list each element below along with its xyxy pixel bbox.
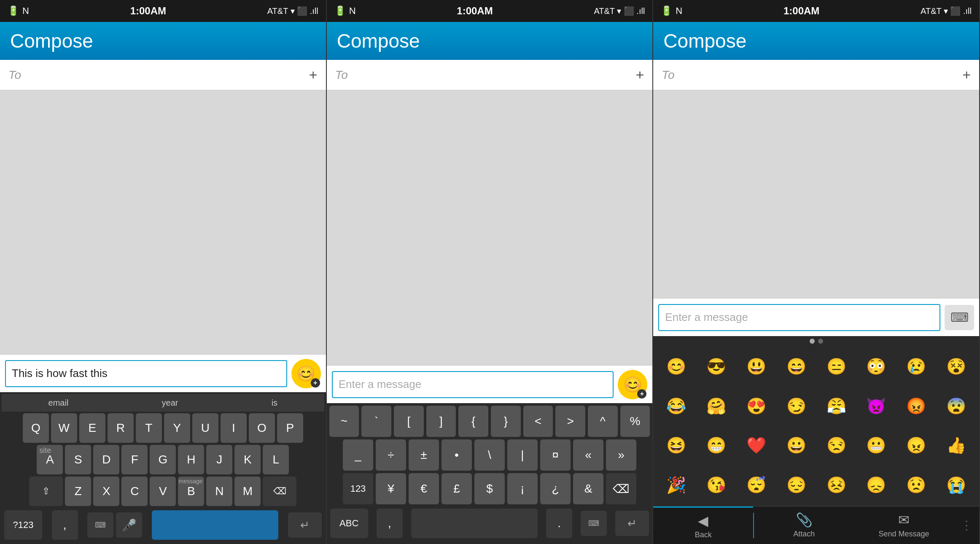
key-l[interactable]: L: [263, 445, 289, 474]
sym-lbracket[interactable]: [: [394, 406, 424, 437]
sym-dollar[interactable]: $: [474, 473, 505, 504]
emoji-20[interactable]: 😀: [778, 427, 815, 464]
key-h[interactable]: H: [178, 445, 204, 474]
sym-pound[interactable]: £: [442, 473, 472, 504]
sym-backspace[interactable]: ⌫: [606, 473, 636, 504]
message-input-2[interactable]: [332, 371, 614, 398]
emoji-9[interactable]: 😂: [657, 388, 695, 425]
add-recipient-2[interactable]: +: [635, 67, 644, 83]
sym-plusminus[interactable]: ±: [409, 439, 439, 471]
more-button[interactable]: ⋮: [954, 518, 979, 532]
sym-pipe[interactable]: |: [507, 439, 538, 471]
key-x[interactable]: X: [93, 477, 119, 506]
word-hint-email[interactable]: email: [48, 398, 69, 408]
emoji-24[interactable]: 👍: [937, 427, 975, 464]
emoji-11[interactable]: 😍: [738, 388, 775, 425]
send-message-button[interactable]: ✉ Send Message: [854, 506, 954, 544]
key-123[interactable]: ?123: [4, 510, 42, 540]
emoji-6[interactable]: 😳: [858, 348, 895, 385]
add-recipient-1[interactable]: +: [309, 67, 318, 83]
emoji-10[interactable]: 🤗: [697, 388, 735, 425]
sym-123[interactable]: 123: [343, 473, 373, 504]
sym-currency[interactable]: ¤: [540, 439, 571, 471]
key-r[interactable]: R: [108, 413, 134, 443]
to-field-1[interactable]: To +: [0, 60, 326, 90]
key-k[interactable]: K: [234, 445, 261, 474]
key-p[interactable]: P: [277, 413, 303, 443]
to-field-2[interactable]: To +: [327, 60, 653, 90]
key-enter[interactable]: ↵: [288, 512, 322, 538]
message-input-1[interactable]: [5, 360, 287, 387]
sym-gt[interactable]: >: [555, 406, 585, 437]
key-i[interactable]: I: [221, 413, 247, 443]
key-v[interactable]: V: [150, 477, 176, 506]
word-hint-is[interactable]: is: [272, 398, 277, 408]
emoji-5[interactable]: 😑: [818, 348, 855, 385]
emoji-12[interactable]: 😏: [778, 388, 815, 425]
sym-comma[interactable]: ,: [377, 509, 403, 538]
key-space[interactable]: [152, 510, 278, 540]
emoji-17[interactable]: 😆: [657, 427, 695, 464]
sym-lquote[interactable]: «: [573, 439, 603, 471]
emoji-21[interactable]: 😒: [818, 427, 855, 464]
mic-key[interactable]: 🎤: [116, 512, 142, 538]
emoji-1[interactable]: 😊: [657, 348, 695, 385]
key-f[interactable]: F: [121, 445, 148, 474]
emoji-8[interactable]: 😵: [937, 348, 975, 385]
back-button[interactable]: ◀ Back: [653, 506, 753, 544]
key-q[interactable]: Q: [23, 413, 49, 443]
key-e[interactable]: E: [79, 413, 105, 443]
emoji-27[interactable]: 😴: [738, 466, 775, 504]
sym-period[interactable]: .: [546, 509, 572, 538]
key-comma[interactable]: ,: [52, 510, 78, 540]
sym-backslash[interactable]: \: [474, 439, 505, 471]
emoji-25[interactable]: 🎉: [657, 466, 695, 504]
key-a[interactable]: siteA: [37, 445, 63, 474]
key-d[interactable]: D: [93, 445, 119, 474]
sym-tilde[interactable]: ~: [329, 406, 359, 437]
sym-backtick[interactable]: `: [361, 406, 391, 437]
sym-bullet[interactable]: •: [442, 439, 472, 471]
key-j[interactable]: J: [206, 445, 232, 474]
emoji-13[interactable]: 😤: [818, 388, 855, 425]
sym-space[interactable]: [411, 509, 538, 538]
add-recipient-3[interactable]: +: [962, 67, 971, 83]
emoji-button-1[interactable]: 😊 +: [291, 359, 321, 388]
sym-divide[interactable]: ÷: [376, 439, 406, 471]
sym-euro[interactable]: €: [409, 473, 439, 504]
sym-abc[interactable]: ABC: [330, 509, 368, 538]
emoji-26[interactable]: 😘: [697, 466, 735, 504]
emoji-7[interactable]: 😢: [897, 348, 935, 385]
sym-percent[interactable]: %: [620, 406, 650, 437]
emoji-30[interactable]: 😞: [858, 466, 895, 504]
key-w[interactable]: W: [51, 413, 77, 443]
key-s[interactable]: S: [65, 445, 91, 474]
emoji-3[interactable]: 😃: [738, 348, 775, 385]
emoji-15[interactable]: 😡: [897, 388, 935, 425]
keyboard-toggle-btn[interactable]: ⌨: [945, 305, 974, 330]
sym-lcurly[interactable]: {: [458, 406, 488, 437]
emoji-16[interactable]: 😨: [937, 388, 975, 425]
sym-keyboard-icon[interactable]: ⌨: [581, 511, 607, 536]
key-t[interactable]: T: [136, 413, 162, 443]
emoji-19[interactable]: ❤️: [738, 427, 775, 464]
emoji-4[interactable]: 😄: [778, 348, 815, 385]
emoji-2[interactable]: 😎: [697, 348, 735, 385]
key-shift[interactable]: ⇧: [29, 477, 63, 506]
sym-caret[interactable]: ^: [588, 406, 618, 437]
sym-invquest[interactable]: ¿: [540, 473, 571, 504]
emoji-14[interactable]: 👿: [858, 388, 895, 425]
key-b[interactable]: messageB: [178, 477, 204, 506]
emoji-29[interactable]: 😣: [818, 466, 855, 504]
sym-invexcl[interactable]: ¡: [507, 473, 538, 504]
key-c[interactable]: C: [121, 477, 148, 506]
emoji-31[interactable]: 😟: [897, 466, 935, 504]
key-n[interactable]: N: [206, 477, 232, 506]
sym-underscore[interactable]: _: [343, 439, 373, 471]
keyboard-switch-icon[interactable]: ⌨: [87, 512, 113, 538]
key-backspace[interactable]: ⌫: [263, 477, 296, 506]
key-z[interactable]: Z: [65, 477, 91, 506]
sym-yen[interactable]: ¥: [376, 473, 406, 504]
key-y[interactable]: Y: [164, 413, 190, 443]
key-o[interactable]: O: [249, 413, 275, 443]
